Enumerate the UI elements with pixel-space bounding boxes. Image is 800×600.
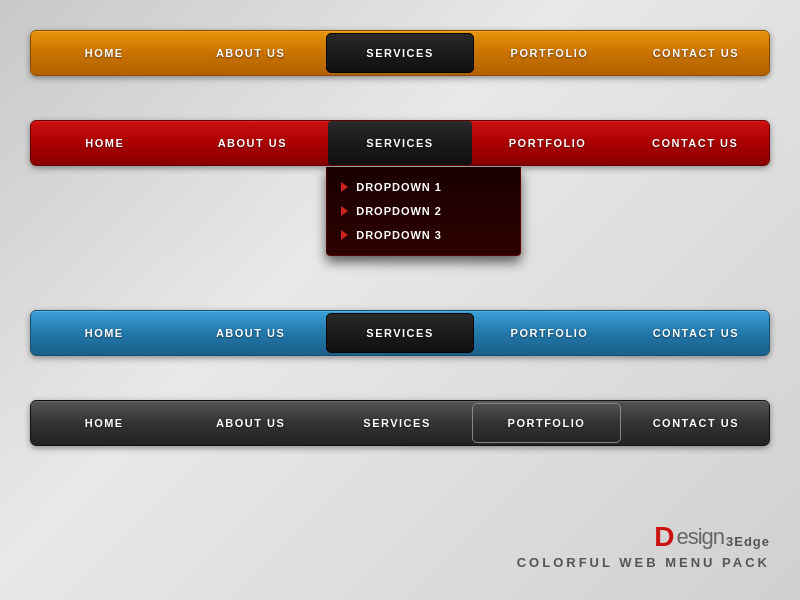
- dropdown-item-3[interactable]: DROPDOWN 3: [327, 223, 520, 247]
- nav4-services[interactable]: SERVICES: [324, 401, 470, 445]
- nav1-services[interactable]: SERVICES: [326, 33, 474, 73]
- nav2-dropdown: DROPDOWN 1 DROPDOWN 2 DROPDOWN 3: [326, 167, 521, 256]
- nav-blue: HOME ABOUT US SERVICES PORTFOLIO CONTACT…: [30, 310, 770, 356]
- nav-dark: HOME ABOUT US SERVICES PORTFOLIO CONTACT…: [30, 400, 770, 446]
- nav-red: HOME ABOUT US SERVICES DROPDOWN 1 DROPDO…: [30, 120, 770, 166]
- nav1-home[interactable]: HOME: [31, 31, 177, 75]
- nav1-portfolio[interactable]: PORTFOLIO: [476, 31, 622, 75]
- nav-bar-4: HOME ABOUT US SERVICES PORTFOLIO CONTACT…: [30, 400, 770, 446]
- brand-esign-text: esign: [676, 526, 724, 548]
- nav3-contact[interactable]: CONTACT US: [623, 311, 769, 355]
- brand-logo: D esign 3Edge: [517, 523, 770, 551]
- brand-tagline: COLORFUL WEB MENU PACK: [517, 555, 770, 570]
- brand-3edge-text: 3Edge: [726, 534, 770, 549]
- nav2-contact[interactable]: CONTACT US: [621, 121, 769, 165]
- nav-bar-2: HOME ABOUT US SERVICES DROPDOWN 1 DROPDO…: [30, 120, 770, 166]
- nav4-portfolio[interactable]: PORTFOLIO: [472, 403, 620, 443]
- nav2-about[interactable]: ABOUT US: [179, 121, 327, 165]
- dropdown-item-1[interactable]: DROPDOWN 1: [327, 175, 520, 199]
- nav-orange: HOME ABOUT US SERVICES PORTFOLIO CONTACT…: [30, 30, 770, 76]
- nav4-home[interactable]: HOME: [31, 401, 177, 445]
- nav2-services[interactable]: SERVICES: [328, 121, 472, 165]
- nav3-portfolio[interactable]: PORTFOLIO: [476, 311, 622, 355]
- nav3-about[interactable]: ABOUT US: [177, 311, 323, 355]
- nav2-services-wrapper[interactable]: SERVICES DROPDOWN 1 DROPDOWN 2 DROPDOWN …: [326, 121, 474, 165]
- dropdown-arrow-2: [341, 206, 348, 216]
- nav2-home[interactable]: HOME: [31, 121, 179, 165]
- brand-letter-d: D: [654, 523, 674, 551]
- nav3-services[interactable]: SERVICES: [326, 313, 474, 353]
- nav1-about[interactable]: ABOUT US: [177, 31, 323, 75]
- nav-bar-1: HOME ABOUT US SERVICES PORTFOLIO CONTACT…: [30, 30, 770, 76]
- nav3-home[interactable]: HOME: [31, 311, 177, 355]
- nav-bar-3: HOME ABOUT US SERVICES PORTFOLIO CONTACT…: [30, 310, 770, 356]
- nav2-portfolio[interactable]: PORTFOLIO: [474, 121, 622, 165]
- dropdown-arrow-1: [341, 182, 348, 192]
- nav1-contact[interactable]: CONTACT US: [623, 31, 769, 75]
- nav4-about[interactable]: ABOUT US: [177, 401, 323, 445]
- dropdown-item-2[interactable]: DROPDOWN 2: [327, 199, 520, 223]
- brand-section: D esign 3Edge COLORFUL WEB MENU PACK: [517, 523, 770, 570]
- nav4-contact[interactable]: CONTACT US: [623, 401, 769, 445]
- dropdown-arrow-3: [341, 230, 348, 240]
